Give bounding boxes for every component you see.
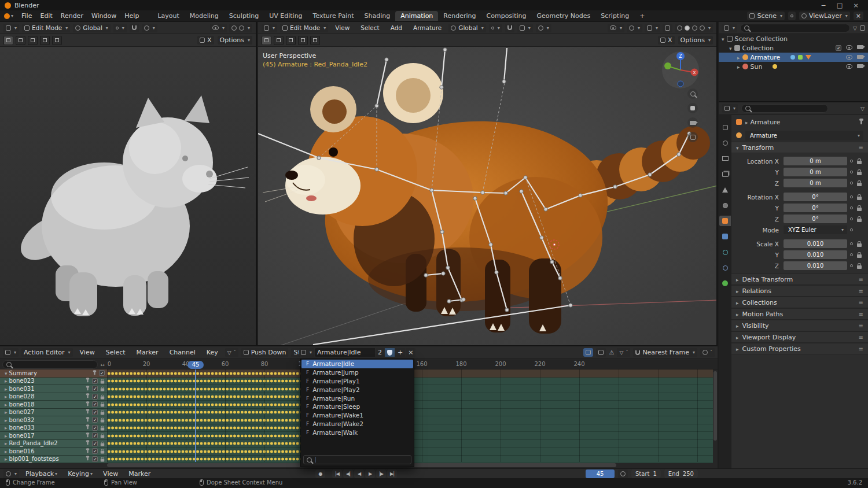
menu-select[interactable]: Select (102, 346, 130, 358)
channel-checkbox[interactable] (92, 394, 98, 400)
disable-render-icon[interactable] (857, 45, 863, 49)
workspace-tab-geometry-nodes[interactable]: Geometry Nodes (531, 11, 595, 21)
menu-marker[interactable]: Marker (133, 346, 163, 358)
view-object-types-dropdown[interactable] (608, 24, 624, 32)
workspace-tab-uv-editing[interactable]: UV Editing (264, 11, 307, 21)
collection-checkbox[interactable] (836, 45, 841, 51)
maximize-button[interactable]: □ (832, 1, 847, 10)
workspace-tab-texture-paint[interactable]: Texture Paint (308, 11, 359, 21)
pivot-point-dropdown[interactable] (489, 24, 502, 32)
camera-view-icon[interactable] (687, 117, 698, 128)
properties-editor-type-button[interactable] (722, 104, 738, 113)
lock-icon[interactable] (101, 420, 104, 423)
outliner-row-sun[interactable]: Sun (719, 62, 868, 71)
lock-icon[interactable] (101, 427, 104, 430)
popup-item-play1[interactable]: FArmature|Play1 (301, 377, 413, 386)
popup-item-sleep[interactable]: FArmature|Sleep (301, 402, 413, 411)
rotation-x-field[interactable]: 0° (784, 193, 847, 201)
keyframe-strip[interactable] (107, 434, 301, 438)
cursor-tool[interactable] (40, 36, 50, 45)
keyframe-strip[interactable] (107, 371, 301, 376)
popup-item-jump[interactable]: FArmature|Jump (301, 368, 413, 377)
rotation-mode-dropdown[interactable]: XYZ Euler (784, 225, 847, 234)
xray-toggle[interactable]: X (658, 36, 675, 45)
jump-to-start-button[interactable]: |◀ (332, 469, 342, 478)
select-lasso-tool[interactable] (28, 36, 38, 45)
editor-type-button[interactable] (3, 348, 19, 357)
snap-toggle[interactable] (505, 24, 514, 32)
gizmos-dropdown[interactable] (627, 24, 642, 32)
vertical-scrollbar[interactable] (713, 371, 717, 441)
section-custom-properties[interactable]: Custom Properties (731, 343, 868, 354)
channel-checkbox[interactable] (92, 378, 98, 384)
outliner-options-icon[interactable] (860, 25, 865, 31)
channel-summary[interactable]: Summary (0, 369, 107, 378)
editor-type-button[interactable] (262, 24, 277, 32)
workspace-tab-modeling[interactable]: Modeling (185, 11, 224, 21)
remove-viewlayer-button[interactable]: × (854, 12, 863, 20)
select-circle-tool[interactable] (274, 36, 284, 45)
lock-icon[interactable] (101, 380, 104, 383)
dope-sheet-mode-dropdown[interactable]: Action Editor (21, 348, 73, 357)
lock-icon[interactable] (857, 183, 862, 186)
popup-search-input[interactable] (318, 456, 408, 464)
shading-wireframe-icon[interactable] (677, 25, 682, 31)
popup-item-idle[interactable]: FArmature|Idle (301, 360, 413, 368)
expand-icon[interactable] (737, 63, 740, 71)
auto-snap-toggle[interactable] (583, 348, 593, 357)
location-x-field[interactable]: 0 m (784, 157, 847, 165)
scale-z-field[interactable]: 0.010 (784, 261, 847, 270)
pin-icon[interactable] (87, 442, 88, 445)
scale-x-field[interactable]: 0.010 (784, 239, 847, 248)
channel-bone033[interactable]: bone033 (0, 424, 107, 432)
rotation-y-field[interactable]: 0° (784, 204, 847, 212)
keyframe-strip[interactable] (107, 402, 301, 407)
tab-object[interactable] (719, 216, 731, 226)
left-viewport-canvas[interactable] (0, 47, 256, 345)
shading-mode-group[interactable] (675, 24, 713, 32)
grip-icon[interactable] (859, 322, 863, 330)
lock-icon[interactable] (101, 389, 104, 391)
menu-channel[interactable]: Channel (165, 346, 200, 358)
hide-eye-icon[interactable] (846, 64, 852, 69)
jump-to-end-button[interactable]: ▶| (387, 469, 397, 478)
disable-render-icon[interactable] (857, 55, 863, 59)
menu-armature[interactable]: Armature (409, 22, 446, 34)
mode-dropdown[interactable]: Edit Mode (280, 24, 328, 32)
channel-bone028[interactable]: bone028 (0, 393, 107, 401)
menu-file[interactable]: File (17, 10, 36, 21)
tab-modifiers[interactable] (719, 231, 731, 242)
channel-checkbox[interactable] (92, 386, 98, 391)
pin-icon[interactable] (87, 449, 88, 453)
filter-icon[interactable] (860, 105, 865, 112)
lock-icon[interactable] (857, 219, 862, 222)
snap-mode-dropdown[interactable]: Nearest Frame (633, 348, 697, 357)
shading-rendered-icon[interactable] (700, 25, 705, 31)
workspace-tab-compositing[interactable]: Compositing (481, 11, 532, 21)
view-object-types-dropdown[interactable] (210, 24, 227, 32)
lock-icon[interactable] (101, 396, 104, 399)
channel-bone018[interactable]: bone018 (0, 401, 107, 409)
proportional-editing-dropdown[interactable] (536, 24, 551, 32)
grip-icon[interactable] (859, 345, 863, 353)
play-reverse-button[interactable]: ◀ (354, 469, 364, 478)
workspace-tab-sculpting[interactable]: Sculpting (224, 11, 264, 21)
overlays-dropdown[interactable] (645, 24, 660, 32)
menu-edit[interactable]: Edit (36, 10, 56, 21)
popup-item-wake2[interactable]: FArmature|Wake2 (301, 420, 413, 428)
timeline-editor-type-button[interactable] (3, 469, 19, 478)
menu-playback[interactable]: Playback (21, 469, 61, 478)
select-lasso-tool[interactable] (286, 36, 296, 45)
tab-object-data[interactable] (719, 278, 731, 289)
lock-icon[interactable] (101, 404, 104, 407)
pin-icon[interactable] (94, 371, 95, 375)
channel-bone027[interactable]: bone027 (0, 409, 107, 417)
animate-dot-icon[interactable] (850, 160, 853, 162)
keyframe-strip[interactable] (107, 426, 301, 430)
section-delta-transform[interactable]: Delta Transform (731, 273, 868, 285)
channel-bone017[interactable]: bone017 (0, 432, 107, 440)
keyframe-strip[interactable] (107, 387, 301, 391)
snap-toggle[interactable] (130, 24, 139, 32)
grip-icon[interactable] (859, 310, 863, 318)
transform-orientation-dropdown[interactable]: Global (448, 24, 486, 32)
